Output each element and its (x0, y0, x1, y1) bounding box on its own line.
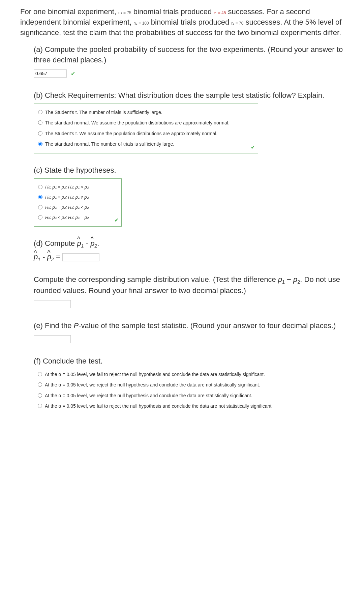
option-label: The Student's t. We assume the populatio… (45, 131, 254, 137)
option-label: H₀: p₁ = p₂; H₁: p₁ ≠ p₂ (45, 194, 117, 200)
option-label: H₀: p₁ = p₂; H₁: p₁ < p₂ (45, 204, 117, 210)
part-b-text: (b) Check Requirements: What distributio… (34, 90, 344, 101)
part-e: (e) Find the P-value of the sample test … (34, 321, 344, 344)
radio-input[interactable] (38, 205, 42, 209)
radio-input[interactable] (38, 120, 42, 125)
part-f: (f) Conclude the test. At the α = 0.05 l… (34, 356, 344, 412)
phat1: ^p (77, 238, 81, 249)
part-f-option-3[interactable]: At the α = 0.05 level, we fail to reject… (38, 401, 344, 412)
part-f-text: (f) Conclude the test. (34, 356, 344, 367)
part-e-input[interactable] (34, 335, 71, 343)
radio-input[interactable] (38, 195, 42, 199)
part-b-option-1[interactable]: The standard normal. We assume the popul… (38, 118, 254, 128)
option-label: The Student's t. The number of trials is… (45, 109, 254, 116)
phat2: ^p (90, 238, 94, 249)
part-d-input2[interactable] (34, 300, 71, 308)
part-c-options: H₀: p₁ = p₂; H₁: p₁ > p₂ H₀: p₁ = p₂; H₁… (34, 178, 122, 227)
r2-value: r₂ = 70 (231, 21, 243, 26)
part-a-input[interactable] (34, 69, 67, 78)
part-b-options: The Student's t. The number of trials is… (34, 104, 258, 153)
part-a: (a) Compute the pooled probability of su… (34, 45, 344, 78)
part-d: (d) Compute ^p1 - ^p2. ^p1 - ^p2 = (34, 238, 344, 263)
part-d-pre: (d) Compute (34, 239, 77, 248)
option-label: At the α = 0.05 level, we fail to reject… (45, 371, 344, 378)
part-c-option-0[interactable]: H₀: p₁ = p₂; H₁: p₁ > p₂ (38, 182, 117, 192)
radio-input[interactable] (38, 372, 42, 376)
part-d-line1: (d) Compute ^p1 - ^p2. (34, 238, 344, 249)
radio-input[interactable] (38, 404, 42, 408)
radio-input[interactable] (38, 110, 42, 114)
problem-statement: For one binomial experiment, n₁ = 75 bin… (20, 7, 344, 38)
option-label: At the α = 0.05 level, we reject the nul… (45, 382, 344, 388)
intro-seg2: binomial trials produced (133, 7, 214, 16)
part-d2: Compute the corresponding sample distrib… (34, 275, 344, 309)
intro-seg4: binomial trials produced (151, 18, 231, 26)
option-label: At the α = 0.05 level, we fail to reject… (45, 403, 344, 410)
part-b-option-2[interactable]: The Student's t. We assume the populatio… (38, 128, 254, 139)
part-b: (b) Check Requirements: What distributio… (34, 90, 344, 153)
check-icon: ✔ (114, 217, 119, 224)
r1-value: r₁ = 45 (214, 10, 226, 15)
part-c-text: (c) State the hypotheses. (34, 165, 344, 176)
radio-input[interactable] (38, 131, 42, 136)
part-c: (c) State the hypotheses. H₀: p₁ = p₂; H… (34, 165, 344, 227)
check-icon: ✔ (251, 144, 255, 151)
option-label: H₀: p₁ = p₂; H₁: p₁ > p₂ (45, 184, 117, 190)
option-label: The standard normal. We assume the popul… (45, 120, 254, 126)
n2-value: n₂ = 100 (133, 21, 149, 26)
option-label: H₀: p₁ < p₂; H₁: p₁ = p₂ (45, 214, 117, 221)
part-c-option-3[interactable]: H₀: p₁ < p₂; H₁: p₁ = p₂ (38, 212, 117, 223)
part-c-option-1[interactable]: H₀: p₁ = p₂; H₁: p₁ ≠ p₂ (38, 192, 117, 202)
part-d-line2: ^p1 - ^p2 = (34, 252, 344, 263)
phat2-lhs: ^p (47, 252, 51, 262)
option-label: The standard normal. The number of trial… (45, 141, 254, 148)
radio-input[interactable] (38, 382, 42, 387)
part-a-text: (a) Compute the pooled probability of su… (34, 45, 344, 65)
intro-seg1: For one binomial experiment, (20, 7, 118, 16)
part-d2-text: Compute the corresponding sample distrib… (34, 275, 344, 296)
phat1-lhs: ^p (34, 252, 38, 262)
radio-input[interactable] (38, 142, 42, 146)
part-e-text: (e) Find the P-value of the sample test … (34, 321, 344, 331)
eq-sign: = (56, 253, 62, 261)
part-b-option-0[interactable]: The Student's t. The number of trials is… (38, 107, 254, 118)
part-f-option-2[interactable]: At the α = 0.05 level, we reject the nul… (38, 391, 344, 401)
radio-input[interactable] (38, 185, 42, 189)
part-b-option-3[interactable]: The standard normal. The number of trial… (38, 139, 254, 150)
part-f-option-0[interactable]: At the α = 0.05 level, we fail to reject… (38, 369, 344, 380)
check-icon: ✔ (71, 71, 75, 77)
radio-input[interactable] (38, 215, 42, 220)
part-d-input1[interactable] (62, 253, 99, 261)
part-f-option-1[interactable]: At the α = 0.05 level, we reject the nul… (38, 380, 344, 391)
option-label: At the α = 0.05 level, we reject the nul… (45, 393, 344, 399)
radio-input[interactable] (38, 393, 42, 398)
part-c-option-2[interactable]: H₀: p₁ = p₂; H₁: p₁ < p₂ (38, 202, 117, 212)
n1-value: n₁ = 75 (118, 10, 131, 15)
